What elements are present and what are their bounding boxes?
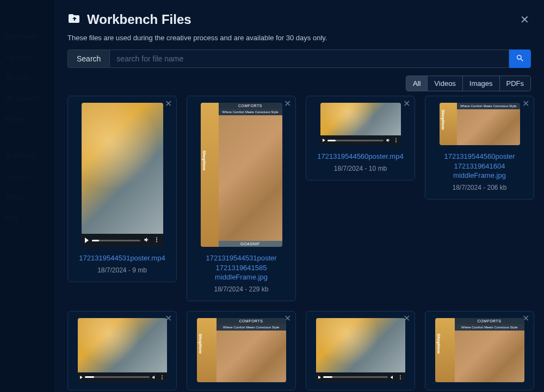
thumb-brand-label: COMFORTS [217, 318, 286, 324]
file-delete-button[interactable]: ✕ [401, 98, 411, 108]
search-input[interactable] [110, 49, 509, 68]
svg-point-8 [162, 378, 163, 379]
files-scroll[interactable]: ✕ 1721319544531poster.mp4 18/7/2024 - 9 … [67, 96, 540, 392]
thumb-shop-label: ShopNow [436, 333, 441, 353]
thumb-tagline: Where Comfort Meets Conscious Style [217, 324, 286, 331]
more-icon [393, 135, 399, 145]
play-icon [80, 376, 83, 379]
thumb-shop-label: ShopNow [198, 333, 203, 353]
workbench-files-modal: Workbench Files ✕ These files are used d… [54, 0, 544, 392]
modal-header: Workbench Files ✕ [67, 12, 531, 27]
thumbnail-image [82, 103, 163, 234]
file-card[interactable]: ✕ 1721319544531poster.mp4 18/7/2024 - 9 … [67, 96, 177, 282]
thumb-footer-label: GOAGNIF [219, 241, 282, 247]
thumbnail-image [320, 103, 401, 135]
svg-point-11 [400, 378, 401, 379]
folder-share-icon [67, 12, 81, 27]
thumbnail-image [78, 318, 167, 372]
volume-icon [390, 372, 395, 382]
modal-title: Workbench Files [87, 12, 511, 27]
file-thumbnail: ShopNow COMFORTS Where Comfort Meets Con… [201, 103, 282, 247]
play-icon [85, 238, 89, 243]
file-meta: 18/7/2024 - 10 mb [334, 165, 387, 172]
svg-point-4 [395, 140, 397, 141]
file-name: 1721319544560poster 1721319641604 middle… [431, 152, 528, 181]
volume-icon [152, 372, 157, 382]
file-meta: 18/7/2024 - 9 mb [97, 266, 147, 274]
svg-point-7 [162, 377, 163, 378]
file-card[interactable]: ✕ ShopNow COMFORTS Where Comfort Meets C… [425, 311, 534, 390]
file-delete-button[interactable]: ✕ [282, 98, 292, 108]
thumb-brand-label: COMFORTS [219, 103, 282, 109]
files-grid: ✕ 1721319544531poster.mp4 18/7/2024 - 9 … [67, 96, 534, 390]
file-name: 1721319544560poster.mp4 [317, 152, 403, 161]
file-thumbnail [320, 103, 401, 145]
svg-point-3 [395, 138, 397, 139]
video-controls[interactable] [316, 372, 405, 382]
thumb-shop-label: ShopNow [441, 110, 446, 130]
file-card[interactable]: ✕ [67, 311, 177, 390]
file-delete-button[interactable]: ✕ [521, 98, 530, 108]
thumb-tagline: Where Comfort Meets Conscious Style [455, 324, 524, 331]
video-progress[interactable] [85, 376, 150, 378]
more-icon [398, 372, 403, 382]
video-controls[interactable] [320, 135, 401, 145]
thumbnail-image: ShopNow Where Comfort Meets Conscious St… [440, 103, 520, 145]
svg-point-9 [400, 375, 401, 376]
file-card[interactable]: ✕ ShopNow Where Comfort Meets Conscious … [425, 96, 534, 200]
file-delete-button[interactable]: ✕ [163, 98, 173, 108]
file-thumbnail: ShopNow COMFORTS Where Comfort Meets Con… [197, 318, 286, 382]
search-bar: Search [67, 49, 531, 68]
search-icon [516, 54, 524, 64]
file-name: 1721319544531poster 1721319641585 middle… [193, 253, 290, 282]
thumb-tagline: Where Comfort Meets Conscious Style [219, 109, 282, 115]
filter-row: All Videos Images PDFs [67, 76, 531, 91]
thumbnail-image: ShopNow COMFORTS Where Comfort Meets Con… [201, 103, 282, 247]
thumb-tagline: Where Comfort Meets Conscious Style [457, 103, 520, 109]
file-card[interactable]: ✕ ShopNow COMFORTS Where Comfort Meets C… [187, 96, 296, 301]
modal-subtitle: These files are used during the creative… [67, 34, 531, 42]
thumb-brand-label: COMFORTS [455, 318, 524, 324]
filter-videos[interactable]: Videos [428, 76, 463, 91]
video-controls[interactable] [78, 372, 167, 382]
filter-pdfs[interactable]: PDFs [500, 76, 531, 91]
file-thumbnail [316, 318, 405, 382]
volume-icon [386, 135, 391, 145]
volume-icon [144, 235, 150, 245]
play-icon [318, 376, 321, 379]
svg-point-1 [156, 239, 157, 240]
file-meta: 18/7/2024 - 206 kb [452, 184, 506, 191]
thumb-shop-label: ShopNow [202, 151, 207, 171]
svg-point-0 [156, 238, 157, 239]
svg-point-10 [400, 377, 401, 378]
play-icon [323, 139, 325, 142]
modal-close-button[interactable]: ✕ [518, 13, 531, 26]
filter-group: All Videos Images PDFs [406, 76, 531, 91]
thumbnail-image: ShopNow COMFORTS Where Comfort Meets Con… [197, 318, 286, 382]
svg-point-5 [395, 141, 397, 142]
file-thumbnail: ShopNow Where Comfort Meets Conscious St… [440, 103, 520, 145]
file-card[interactable]: ✕ [306, 311, 415, 390]
file-thumbnail [78, 318, 167, 382]
filter-all[interactable]: All [406, 76, 428, 91]
file-thumbnail: ShopNow COMFORTS Where Comfort Meets Con… [435, 318, 524, 382]
video-progress[interactable] [323, 376, 388, 378]
file-thumbnail [82, 103, 163, 247]
file-card[interactable]: ✕ ShopNow COMFORTS Where Comfort Meets C… [187, 311, 296, 390]
video-progress[interactable] [92, 240, 140, 241]
video-controls[interactable] [82, 234, 163, 247]
filter-images[interactable]: Images [463, 76, 500, 91]
more-icon [153, 235, 160, 245]
more-icon [159, 372, 165, 382]
search-button[interactable] [509, 49, 531, 68]
search-label: Search [67, 49, 110, 68]
file-name: 1721319544531poster.mp4 [79, 253, 165, 263]
thumbnail-image [316, 318, 405, 372]
svg-point-2 [156, 241, 157, 242]
file-card[interactable]: ✕ 1721319544560poster.mp4 18/7/2024 - 10… [306, 96, 415, 181]
svg-point-6 [162, 375, 163, 376]
thumbnail-image: ShopNow COMFORTS Where Comfort Meets Con… [435, 318, 524, 382]
video-progress[interactable] [327, 140, 384, 141]
file-meta: 18/7/2024 - 229 kb [214, 285, 268, 293]
